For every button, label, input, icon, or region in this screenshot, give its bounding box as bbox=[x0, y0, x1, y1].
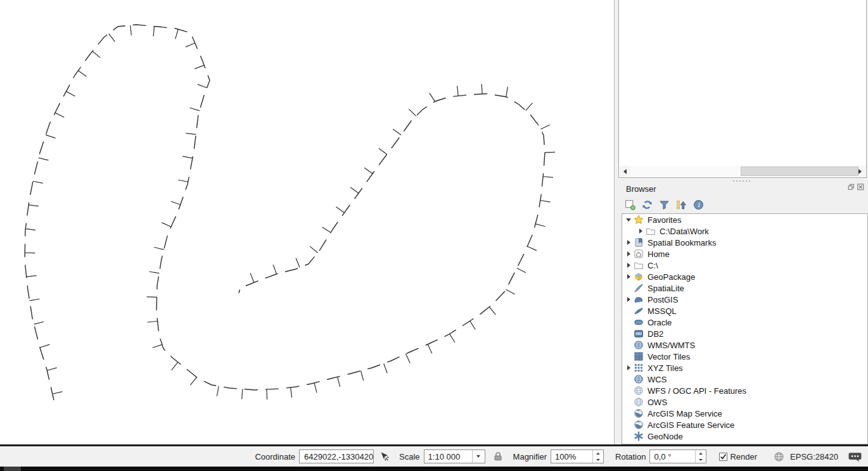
tree-item-wfs-ogc-api-features[interactable]: WFS / OGC API - Features bbox=[622, 385, 867, 396]
expander-arrow-icon[interactable] bbox=[625, 274, 632, 279]
tree-item-wms-wmts[interactable]: WMS/WMTS bbox=[622, 339, 867, 351]
info-icon: i bbox=[693, 199, 704, 210]
scroll-left-icon bbox=[623, 169, 627, 174]
dot-grid-icon bbox=[634, 363, 644, 373]
rotation-spin-arrows[interactable] bbox=[695, 450, 706, 463]
add-selected-layers-button[interactable] bbox=[623, 198, 637, 211]
lock-scale-icon[interactable] bbox=[493, 451, 503, 462]
tree-item-label: DB2 bbox=[648, 329, 663, 339]
tree-item-label: MSSQL bbox=[648, 306, 677, 316]
map-canvas[interactable] bbox=[0, 0, 615, 444]
magnifier-label: Magnifier bbox=[513, 452, 547, 462]
map-feature-drawing bbox=[0, 0, 614, 444]
render-checkbox[interactable] bbox=[719, 453, 727, 461]
collapse-icon bbox=[676, 199, 687, 210]
geopackage-icon bbox=[634, 272, 644, 282]
tree-item-label: Vector Tiles bbox=[648, 352, 690, 361]
wing-icon bbox=[634, 306, 644, 316]
properties-button[interactable]: i bbox=[692, 198, 705, 211]
coordinate-input[interactable]: 6429022,-1330420 bbox=[299, 449, 374, 463]
tree-item-label: GeoPackage bbox=[648, 272, 695, 282]
folder-icon bbox=[634, 260, 644, 270]
scroll-left-button[interactable] bbox=[620, 166, 630, 177]
extents-toggle-icon[interactable] bbox=[379, 451, 390, 462]
scroll-right-icon bbox=[858, 169, 862, 174]
expander-arrow-icon[interactable] bbox=[625, 218, 632, 222]
crs-globe-icon bbox=[774, 451, 784, 462]
scrollbar-track[interactable] bbox=[630, 166, 855, 177]
scrollbar-thumb[interactable] bbox=[741, 166, 858, 176]
tree-item-oracle[interactable]: Oracle bbox=[622, 317, 867, 328]
horizontal-scrollbar[interactable] bbox=[620, 166, 865, 177]
tree-item-c[interactable]: C:\ bbox=[622, 260, 867, 271]
empty-dock-panel bbox=[618, 0, 867, 178]
qgis-window: Browser i FavoritesC:\Data\WorkSpatial B… bbox=[0, 0, 868, 471]
tree-item-spatialite[interactable]: SpatiaLite bbox=[622, 282, 867, 294]
folder-icon bbox=[646, 226, 656, 236]
tree-item-vector-tiles[interactable]: Vector Tiles bbox=[622, 351, 867, 362]
add-layer-icon bbox=[625, 199, 635, 210]
tree-item-geopackage[interactable]: GeoPackage bbox=[622, 271, 867, 282]
expander-arrow-icon[interactable] bbox=[637, 229, 644, 234]
scale-dropdown-button[interactable] bbox=[472, 450, 485, 463]
db2-icon: DB2 bbox=[634, 329, 644, 339]
filter-browser-button[interactable] bbox=[658, 198, 671, 211]
globe-light-icon bbox=[634, 386, 644, 396]
rotation-value: 0,0 ° bbox=[650, 452, 695, 462]
tree-item-label: Favorites bbox=[648, 215, 681, 225]
panel-splitter-handle[interactable] bbox=[615, 179, 868, 184]
tree-item-wcs[interactable]: WCS bbox=[622, 374, 867, 385]
right-dock: Browser i FavoritesC:\Data\WorkSpatial B… bbox=[615, 0, 868, 444]
tree-item-label: OWS bbox=[648, 398, 667, 407]
globe-arc-icon bbox=[634, 408, 644, 418]
tree-item-label: PostGIS bbox=[648, 295, 678, 305]
tree-item-label: C:\ bbox=[648, 261, 658, 270]
svg-text:DB2: DB2 bbox=[635, 332, 642, 336]
collapse-all-button[interactable] bbox=[675, 198, 688, 211]
tree-item-label: SpatiaLite bbox=[648, 284, 684, 293]
filter-icon bbox=[659, 199, 670, 210]
tree-item-db2[interactable]: DB2DB2 bbox=[622, 328, 867, 339]
tree-item-label: Oracle bbox=[648, 318, 672, 327]
tree-item-label: WMS/WMTS bbox=[648, 341, 695, 350]
tree-item-favorites[interactable]: Favorites bbox=[622, 214, 867, 225]
tree-item-label: XYZ Tiles bbox=[648, 363, 683, 373]
float-panel-button[interactable] bbox=[848, 184, 856, 192]
scale-value: 1:10 000 bbox=[424, 452, 472, 462]
scale-combobox[interactable]: 1:10 000 bbox=[424, 449, 485, 463]
coordinate-value: 6429022,-1330420 bbox=[304, 452, 373, 462]
magnifier-value: 100% bbox=[551, 452, 592, 462]
taskbar-strip bbox=[0, 467, 868, 471]
expander-arrow-icon[interactable] bbox=[625, 240, 632, 245]
tree-item-label: WFS / OGC API - Features bbox=[648, 386, 746, 396]
globe-dark-icon bbox=[634, 340, 644, 350]
expander-arrow-icon[interactable] bbox=[625, 251, 632, 256]
tree-item-geonode[interactable]: GeoNode bbox=[622, 430, 867, 442]
taskbar-app-block bbox=[4, 467, 21, 471]
tree-item-arcgis-feature-service[interactable]: ArcGIS Feature Service bbox=[622, 419, 867, 430]
rotation-spinbox[interactable]: 0,0 ° bbox=[649, 449, 706, 463]
globe-light-icon bbox=[634, 397, 644, 407]
messages-button[interactable] bbox=[848, 450, 862, 463]
tree-item-home[interactable]: Home bbox=[622, 248, 867, 260]
refresh-button[interactable] bbox=[641, 198, 654, 211]
rotation-label: Rotation bbox=[615, 452, 646, 462]
tree-item-xyz-tiles[interactable]: XYZ Tiles bbox=[622, 362, 867, 374]
tree-item-mssql[interactable]: MSSQL bbox=[622, 305, 867, 317]
browser-tree: FavoritesC:\Data\WorkSpatial BookmarksHo… bbox=[622, 213, 868, 444]
magnifier-spinbox[interactable]: 100% bbox=[551, 449, 604, 463]
expander-arrow-icon[interactable] bbox=[625, 365, 632, 370]
crs-status[interactable]: EPSG:28420 bbox=[790, 452, 838, 462]
tree-item-ows[interactable]: OWS bbox=[622, 396, 867, 408]
tree-item-arcgis-map-service[interactable]: ArcGIS Map Service bbox=[622, 408, 867, 419]
tree-item-c-data-work[interactable]: C:\Data\Work bbox=[622, 225, 867, 237]
expander-arrow-icon[interactable] bbox=[625, 297, 632, 302]
tree-item-spatial-bookmarks[interactable]: Spatial Bookmarks bbox=[622, 237, 867, 248]
chevron-down-icon bbox=[476, 455, 480, 458]
close-panel-button[interactable] bbox=[857, 184, 865, 192]
expander-arrow-icon[interactable] bbox=[625, 263, 632, 268]
tree-item-postgis[interactable]: PostGIS bbox=[622, 294, 867, 305]
capsule-icon bbox=[634, 317, 644, 327]
browser-toolbar: i bbox=[615, 196, 868, 213]
magnifier-spin-arrows[interactable] bbox=[592, 450, 603, 463]
